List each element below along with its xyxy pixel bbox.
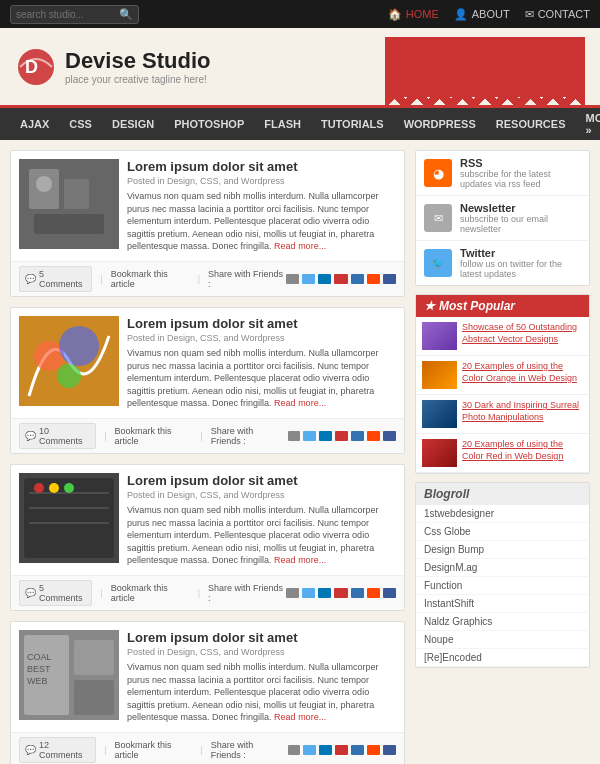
- share-delicious-icon[interactable]: [351, 274, 364, 284]
- post-text: Vivamus non quam sed nibh mollis interdu…: [127, 661, 396, 724]
- newsletter-icon[interactable]: ✉: [424, 204, 452, 232]
- read-more-link[interactable]: Read more...: [274, 398, 326, 408]
- nav-home[interactable]: 🏠 HOME: [388, 8, 439, 21]
- share-digg-icon[interactable]: [335, 745, 348, 755]
- share-twitter-icon[interactable]: [303, 745, 316, 755]
- comment-icon: 💬: [25, 274, 36, 284]
- popular-link[interactable]: 20 Examples of using the Color Orange in…: [462, 361, 583, 384]
- popular-link[interactable]: 30 Dark and Inspiring Surreal Photo Mani…: [462, 400, 583, 423]
- nav-resources[interactable]: RESOURCES: [486, 108, 576, 140]
- blogroll-link[interactable]: Noupe: [424, 634, 453, 645]
- rss-icon[interactable]: ◕: [424, 159, 452, 187]
- post-text: Vivamus non quam sed nibh mollis interdu…: [127, 504, 396, 567]
- share-email-icon[interactable]: [286, 588, 299, 598]
- svg-point-10: [57, 364, 81, 388]
- share-linkedin-icon[interactable]: [319, 431, 332, 441]
- share-linkedin-icon[interactable]: [319, 745, 332, 755]
- share-twitter-icon[interactable]: [302, 588, 315, 598]
- svg-rect-5: [34, 214, 104, 234]
- share-digg-icon[interactable]: [334, 274, 347, 284]
- share-reddit-icon[interactable]: [367, 588, 380, 598]
- share-digg-icon[interactable]: [335, 431, 348, 441]
- share-digg-icon[interactable]: [334, 588, 347, 598]
- share-linkedin-icon[interactable]: [318, 588, 331, 598]
- nav-css[interactable]: CSS: [59, 108, 102, 140]
- nav-flash[interactable]: FLASH: [254, 108, 311, 140]
- nav-contact[interactable]: ✉ CONTACT: [525, 8, 590, 21]
- top-bar: 🔍 🏠 HOME 👤 ABOUT ✉ CONTACT: [0, 0, 600, 28]
- comment-icon: 💬: [25, 745, 36, 755]
- banner-zigzag: [385, 97, 585, 105]
- svg-point-9: [59, 326, 99, 366]
- nav-tutorials[interactable]: TUTORIALS: [311, 108, 394, 140]
- nav-more[interactable]: MORE »: [575, 108, 600, 140]
- nav-photoshop[interactable]: PHOTOSHOP: [164, 108, 254, 140]
- post-title: Lorem ipsum dolor sit amet: [127, 316, 396, 331]
- blogroll-link[interactable]: DesignM.ag: [424, 562, 477, 573]
- popular-link[interactable]: Showcase of 50 Outstanding Abstract Vect…: [462, 322, 583, 345]
- share-twitter-icon[interactable]: [302, 274, 315, 284]
- comment-count: 💬 5 Comments: [19, 580, 92, 606]
- share-fb-icon[interactable]: [383, 274, 396, 284]
- nav-design[interactable]: DESIGN: [102, 108, 164, 140]
- post-title: Lorem ipsum dolor sit amet: [127, 630, 396, 645]
- blogroll-link[interactable]: Design Bump: [424, 544, 484, 555]
- share-area: Share with Friends :: [208, 583, 396, 603]
- post-meta: Posted in Design, CSS, and Wordpress: [127, 490, 396, 500]
- popular-item: Showcase of 50 Outstanding Abstract Vect…: [416, 317, 589, 356]
- blogroll-link[interactable]: [Re]Encoded: [424, 652, 482, 663]
- blogroll-link[interactable]: 1stwebdesigner: [424, 508, 494, 519]
- rss-item: ◕ RSS subscribe for the latest updates v…: [416, 151, 589, 196]
- svg-point-18: [64, 483, 74, 493]
- post-card: Lorem ipsum dolor sit amet Posted in Des…: [10, 464, 405, 611]
- share-email-icon[interactable]: [288, 745, 301, 755]
- svg-text:COAL: COAL: [27, 652, 52, 662]
- post-card: COAL BEST WEB Lorem ipsum dolor sit amet…: [10, 621, 405, 764]
- read-more-link[interactable]: Read more...: [274, 555, 326, 565]
- share-fb-icon[interactable]: [383, 745, 396, 755]
- blogroll-link[interactable]: Naldz Graphics: [424, 616, 492, 627]
- share-email-icon[interactable]: [286, 274, 299, 284]
- share-area: Share with Friends :: [211, 426, 396, 446]
- star-icon: ★: [424, 299, 435, 313]
- main-column: Lorem ipsum dolor sit amet Posted in Des…: [10, 150, 405, 764]
- blogroll-link[interactable]: InstantShift: [424, 598, 474, 609]
- nav-wordpress[interactable]: WORDPRESS: [394, 108, 486, 140]
- newsletter-title: Newsletter: [460, 202, 581, 214]
- share-reddit-icon[interactable]: [367, 274, 380, 284]
- share-reddit-icon[interactable]: [367, 745, 380, 755]
- nav-about[interactable]: 👤 ABOUT: [454, 8, 510, 21]
- bookmark-link[interactable]: Bookmark this article: [115, 740, 193, 760]
- post-thumbnail: [19, 316, 119, 406]
- read-more-link[interactable]: Read more...: [274, 712, 326, 722]
- svg-rect-4: [64, 179, 89, 209]
- popular-item: 20 Examples of using the Color Red in We…: [416, 434, 589, 473]
- popular-link[interactable]: 20 Examples of using the Color Red in We…: [462, 439, 583, 462]
- search-input[interactable]: [16, 9, 116, 20]
- share-delicious-icon[interactable]: [351, 588, 364, 598]
- share-linkedin-icon[interactable]: [318, 274, 331, 284]
- svg-text:BEST: BEST: [27, 664, 51, 674]
- share-fb-icon[interactable]: [383, 431, 396, 441]
- share-delicious-icon[interactable]: [351, 745, 364, 755]
- share-delicious-icon[interactable]: [351, 431, 364, 441]
- post-title: Lorem ipsum dolor sit amet: [127, 473, 396, 488]
- share-fb-icon[interactable]: [383, 588, 396, 598]
- share-email-icon[interactable]: [288, 431, 301, 441]
- share-reddit-icon[interactable]: [367, 431, 380, 441]
- svg-point-17: [49, 483, 59, 493]
- post-thumbnail: [19, 473, 119, 563]
- site-tagline: place your creative tagline here!: [65, 74, 210, 85]
- twitter-icon[interactable]: 🐦: [424, 249, 452, 277]
- bookmark-link[interactable]: Bookmark this article: [111, 583, 190, 603]
- blogroll-link[interactable]: Function: [424, 580, 462, 591]
- share-twitter-icon[interactable]: [303, 431, 316, 441]
- most-popular-header: ★ Most Popular: [416, 295, 589, 317]
- blogroll-link[interactable]: Css Globe: [424, 526, 471, 537]
- nav-ajax[interactable]: AJAX: [10, 108, 59, 140]
- list-item: 1stwebdesigner: [416, 505, 589, 523]
- post-card: Lorem ipsum dolor sit amet Posted in Des…: [10, 307, 405, 454]
- read-more-link[interactable]: Read more...: [274, 241, 326, 251]
- bookmark-link[interactable]: Bookmark this article: [115, 426, 193, 446]
- bookmark-link[interactable]: Bookmark this article: [111, 269, 190, 289]
